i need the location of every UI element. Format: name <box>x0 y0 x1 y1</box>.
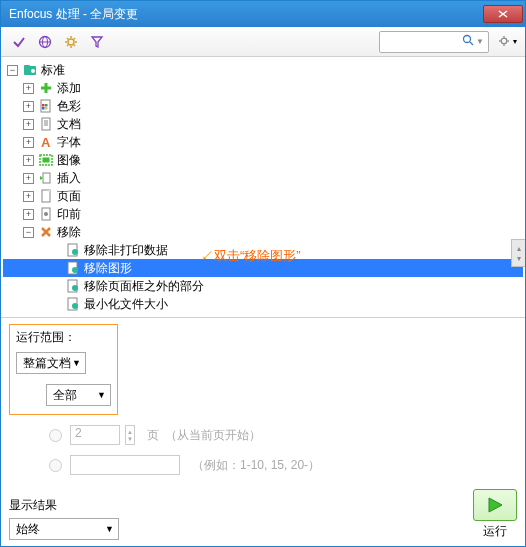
tree-item[interactable]: + 图像 <box>3 151 523 169</box>
svg-point-54 <box>72 303 78 309</box>
tree-root[interactable]: − 标准 <box>3 61 523 79</box>
pages-option-row: 2 ▲▼ 页 （从当前页开始） <box>49 425 517 445</box>
gear-icon <box>498 35 512 49</box>
image-icon <box>38 153 54 167</box>
chevron-down-icon: ▼ <box>476 37 484 46</box>
range-input[interactable] <box>70 455 180 475</box>
svg-line-13 <box>74 38 75 39</box>
globe-icon <box>38 35 52 49</box>
svg-rect-32 <box>42 118 50 130</box>
insert-icon <box>38 171 54 185</box>
tree-item[interactable]: + 文档 <box>3 115 523 133</box>
svg-point-44 <box>44 212 48 216</box>
apply-button[interactable] <box>7 30 31 54</box>
expand-icon[interactable]: + <box>23 137 34 148</box>
svg-marker-55 <box>489 498 502 512</box>
tree-item[interactable]: + 插入 <box>3 169 523 187</box>
color-icon <box>38 99 54 113</box>
run-label: 运行 <box>473 523 517 540</box>
chevron-down-icon: ▼ <box>105 524 114 534</box>
action-icon <box>65 243 81 257</box>
svg-point-48 <box>72 249 78 255</box>
chevron-down-icon: ▾ <box>513 37 517 46</box>
svg-point-52 <box>72 285 78 291</box>
window-title: Enfocus 处理 - 全局变更 <box>9 6 483 23</box>
settings-button[interactable] <box>59 30 83 54</box>
svg-point-17 <box>501 38 507 44</box>
checkmark-icon <box>12 35 26 49</box>
tree-leaf[interactable]: 最小化文件大小 <box>3 295 523 313</box>
tree-item[interactable]: + 印前 <box>3 205 523 223</box>
svg-line-10 <box>67 38 68 39</box>
action-icon <box>65 279 81 293</box>
svg-marker-14 <box>92 37 102 47</box>
svg-rect-28 <box>42 104 45 107</box>
collapse-icon[interactable]: − <box>7 65 18 76</box>
search-input[interactable]: ▼ <box>379 31 489 53</box>
svg-rect-23 <box>24 65 30 68</box>
svg-rect-38 <box>43 158 50 163</box>
range-dropdown[interactable]: 全部▼ <box>46 384 111 406</box>
range-radio[interactable] <box>49 459 62 472</box>
globe-button[interactable] <box>33 30 57 54</box>
expand-icon[interactable]: + <box>23 101 34 112</box>
action-icon <box>65 261 81 275</box>
pages-hint-label: （从当前页开始） <box>165 427 261 444</box>
collapse-icon[interactable]: − <box>23 227 34 238</box>
options-button[interactable]: ▾ <box>495 30 519 54</box>
page-count-input[interactable]: 2 <box>70 425 120 445</box>
svg-text:A: A <box>41 135 51 149</box>
toolbar: ▼ ▾ <box>1 27 525 57</box>
close-button[interactable] <box>483 5 523 23</box>
svg-rect-29 <box>45 104 48 107</box>
expand-icon[interactable]: + <box>23 155 34 166</box>
tree-leaf[interactable]: 移除页面框之外的部分 <box>3 277 523 295</box>
tree-view[interactable]: ▴▾ − 标准 + 添加 + 色彩 + 文档 + A 字体 + <box>1 57 525 317</box>
tree-item-remove[interactable]: − 移除 <box>3 223 523 241</box>
spinner[interactable]: ▲▼ <box>125 425 135 445</box>
tree-item[interactable]: + 添加 <box>3 79 523 97</box>
expand-icon[interactable]: + <box>23 191 34 202</box>
svg-point-15 <box>464 36 471 43</box>
chevron-down-icon: ▼ <box>97 390 106 400</box>
font-icon: A <box>38 135 54 149</box>
scope-dropdown[interactable]: 整篇文档▼ <box>16 352 86 374</box>
expand-icon[interactable]: + <box>23 173 34 184</box>
bottom-panel: 运行范围： 整篇文档▼ 全部▼ 2 ▲▼ 页 （从当前页开始） （例如：1-10… <box>1 317 525 544</box>
remove-icon <box>38 225 54 239</box>
tree-item[interactable]: + 色彩 <box>3 97 523 115</box>
svg-point-24 <box>31 69 35 73</box>
prepress-icon <box>38 207 54 221</box>
tree-item[interactable]: + 页面 <box>3 187 523 205</box>
plus-icon <box>38 81 54 95</box>
filter-button[interactable] <box>85 30 109 54</box>
play-icon <box>485 495 505 515</box>
expand-icon[interactable]: + <box>23 119 34 130</box>
document-icon <box>38 117 54 131</box>
result-dropdown[interactable]: 始终▼ <box>9 518 119 540</box>
page-icon <box>38 189 54 203</box>
scope-label: 运行范围： <box>16 329 111 346</box>
titlebar: Enfocus 处理 - 全局变更 <box>1 1 525 27</box>
svg-line-11 <box>74 44 75 45</box>
svg-point-5 <box>68 39 74 45</box>
example-hint-label: （例如：1-10, 15, 20-） <box>192 457 320 474</box>
run-button[interactable] <box>473 489 517 521</box>
action-icon <box>65 297 81 311</box>
arrow-icon: ↙ <box>201 248 214 263</box>
svg-point-50 <box>72 267 78 273</box>
scope-group: 运行范围： 整篇文档▼ 全部▼ <box>9 324 118 415</box>
search-icon <box>462 34 474 49</box>
expand-icon[interactable]: + <box>23 83 34 94</box>
pages-unit-label: 页 <box>147 427 159 444</box>
result-label: 显示结果 <box>9 497 119 514</box>
folder-icon <box>22 63 38 77</box>
range-option-row: （例如：1-10, 15, 20-） <box>49 455 517 475</box>
side-handle[interactable]: ▴▾ <box>511 239 525 267</box>
svg-rect-31 <box>45 107 48 110</box>
gear-icon <box>64 35 78 49</box>
svg-line-16 <box>470 42 473 45</box>
pages-radio[interactable] <box>49 429 62 442</box>
expand-icon[interactable]: + <box>23 209 34 220</box>
tree-item[interactable]: + A 字体 <box>3 133 523 151</box>
